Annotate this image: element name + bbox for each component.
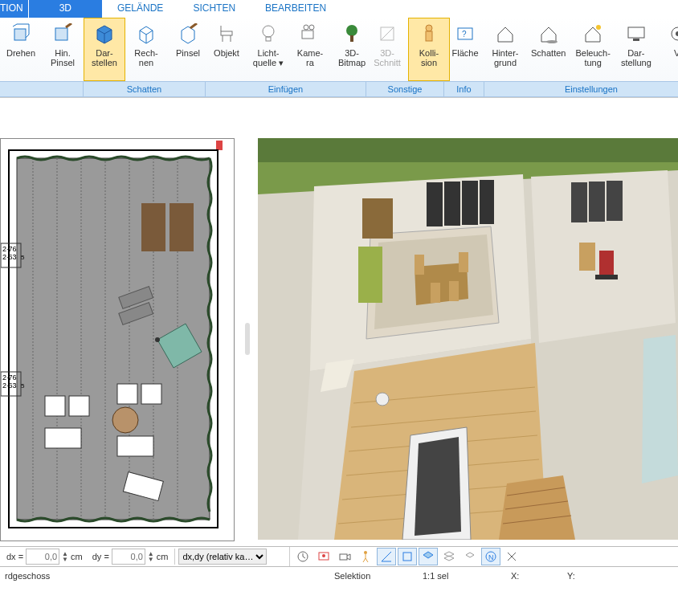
gear-icon [668, 23, 678, 44]
tab-gelaende[interactable]: GELÄNDE [103, 0, 178, 18]
svg-point-3 [263, 26, 274, 37]
svg-rect-72 [415, 255, 424, 275]
pinsel-button[interactable]: Pinsel [167, 18, 209, 81]
svg-rect-77 [595, 275, 618, 279]
svg-rect-38 [69, 396, 89, 416]
cube-filled-icon [93, 22, 116, 45]
view-mode-button[interactable] [398, 548, 417, 565]
svg-marker-80 [415, 437, 461, 536]
group-info: Info [444, 81, 484, 96]
history-button[interactable] [293, 548, 312, 565]
angle-icon [380, 550, 393, 563]
svg-rect-62 [427, 182, 443, 226]
svg-rect-41 [45, 428, 81, 448]
svg-point-92 [364, 551, 367, 554]
svg-rect-4 [266, 37, 271, 41]
group-schatten: Schatten [84, 81, 206, 96]
cube-wire-icon [136, 23, 157, 44]
north-button[interactable]: N [481, 548, 500, 565]
darstellen-button[interactable]: Dar- stellen [84, 18, 125, 81]
hin-pinsel-button[interactable]: Hin. Pinsel [42, 18, 84, 81]
dy-spinner[interactable]: ▲▼ [148, 551, 154, 562]
schnitt-button[interactable]: 3D- Schnitt [366, 18, 408, 81]
bulb-icon [258, 23, 279, 44]
beleuchtung-button[interactable]: Beleuch- tung [570, 18, 615, 81]
dim-3: 5 [21, 254, 25, 261]
pane-splitter[interactable] [239, 138, 256, 540]
status-bar: rdgeschoss Selektion 1:1 sel X: Y: [0, 566, 678, 585]
svg-rect-69 [362, 198, 393, 239]
ribbon-tabs: TION 3D GELÄNDE SICHTEN BEARBEITEN [0, 0, 678, 18]
view-3d-pane[interactable] [258, 138, 678, 540]
svg-text:N: N [488, 553, 494, 561]
svg-rect-2 [221, 31, 232, 35]
group-sonstige: Sonstige [366, 81, 444, 96]
lichtquelle-label: Licht- quelle ▾ [253, 48, 284, 67]
chair-icon [216, 23, 237, 44]
walk-button[interactable] [356, 548, 375, 565]
clock-icon [296, 550, 309, 563]
status-y: Y: [567, 571, 583, 581]
svg-rect-39 [117, 384, 137, 404]
drehen-button[interactable]: Drehen [0, 18, 42, 81]
lichtquelle-button[interactable]: Licht- quelle ▾ [247, 18, 289, 81]
hintergrund-button[interactable]: Hinter- grund [484, 18, 526, 81]
camera-tool-button[interactable] [335, 548, 354, 565]
darstellung-button[interactable]: Dar- stellung [615, 18, 657, 81]
darstellen-label: Dar- stellen [92, 48, 117, 67]
vi-button[interactable]: Vi [657, 18, 678, 81]
tab-3d[interactable]: 3D [29, 0, 103, 18]
rechnen-label: Rech- nen [134, 48, 157, 67]
dx-spinner[interactable]: ▲▼ [62, 551, 68, 562]
dim-6: 5 [21, 382, 25, 390]
house-shadow-icon [538, 23, 559, 44]
plan-2d-pane[interactable]: 2·76 2·63 5 2·76 2·63 5 [0, 138, 235, 541]
layer2-button[interactable] [439, 548, 459, 565]
coord-mode-select[interactable]: dx,dy (relativ ka… [178, 549, 267, 565]
layer3-button[interactable] [460, 548, 480, 565]
group-label-1 [0, 81, 84, 96]
cube-brush-icon [52, 23, 73, 44]
dim-1: 2·76 [2, 245, 17, 253]
dx-label: dx = [6, 552, 23, 561]
objekt-button[interactable]: Objekt [206, 18, 247, 81]
view-3d-svg [258, 138, 678, 540]
svg-rect-75 [449, 281, 459, 301]
svg-rect-70 [358, 247, 382, 303]
svg-rect-93 [403, 553, 411, 561]
svg-point-11 [426, 25, 432, 31]
north-icon: N [484, 550, 497, 563]
tab-cut[interactable]: TION [0, 0, 29, 18]
measure-button[interactable] [377, 548, 396, 565]
screen-icon [317, 550, 330, 563]
svg-rect-78 [579, 243, 595, 271]
plan-2d-svg: 2·76 2·63 5 2·76 2·63 5 [1, 139, 234, 541]
svg-rect-65 [480, 180, 494, 224]
svg-rect-40 [141, 384, 161, 404]
svg-point-16 [596, 25, 601, 30]
flaeche-button[interactable]: ?Fläche [444, 18, 486, 81]
house-light-icon [582, 23, 603, 44]
tab-sichten[interactable]: SICHTEN [178, 0, 251, 18]
svg-rect-67 [589, 182, 605, 222]
close-tool-button[interactable] [502, 548, 521, 565]
tab-bearbeiten[interactable]: BEARBEITEN [251, 0, 341, 18]
layer1-button[interactable] [419, 548, 438, 565]
svg-point-36 [155, 337, 160, 342]
svg-point-87 [376, 393, 389, 406]
kamera-button[interactable]: Kame- ra [289, 18, 331, 81]
status-x: X: [511, 571, 535, 581]
schatten-button[interactable]: Schatten [526, 18, 570, 81]
tree-icon [341, 23, 362, 44]
svg-rect-42 [117, 436, 153, 456]
dx-input[interactable] [26, 549, 59, 565]
rechnen-button[interactable]: Rech- nen [125, 18, 167, 81]
ribbon-toolbar: Drehen Hin. Pinsel Dar- stellen Rech- ne… [0, 18, 678, 97]
dy-unit: cm [157, 552, 169, 561]
svg-rect-32 [170, 203, 194, 251]
record-button[interactable] [314, 548, 333, 565]
layers-icon [443, 550, 455, 563]
dy-input[interactable] [112, 549, 145, 565]
walk-icon [359, 550, 372, 563]
cube-brush2-icon [178, 23, 198, 44]
